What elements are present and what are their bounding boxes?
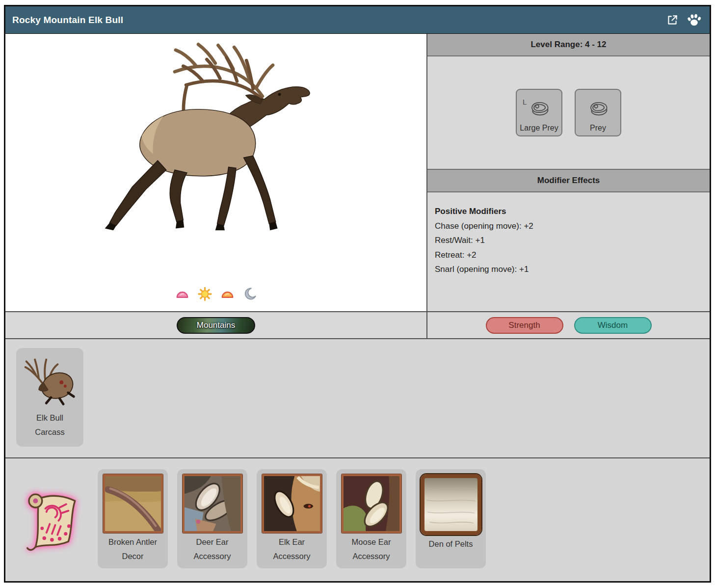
elk-illustration bbox=[89, 37, 334, 234]
item-card-elk-ear-accessory[interactable]: Elk Ear Accessory bbox=[257, 469, 327, 568]
dusk-icon bbox=[220, 287, 235, 301]
steak-icon bbox=[528, 99, 551, 119]
modifier-line: Rest/Wait: +1 bbox=[435, 233, 702, 248]
external-link-icon[interactable] bbox=[666, 14, 679, 27]
positive-modifiers-heading: Positive Modifiers bbox=[435, 204, 702, 219]
dawn-icon bbox=[175, 287, 190, 301]
large-prey-size-letter: L bbox=[523, 98, 527, 106]
modifier-line: Snarl (opening move): +1 bbox=[435, 262, 702, 277]
npc-info-window: Rocky Mountain Elk Bull bbox=[4, 5, 711, 583]
animal-image-panel bbox=[5, 34, 426, 311]
deer-ear-accessory-image bbox=[183, 474, 242, 533]
time-of-day-row bbox=[5, 287, 426, 301]
level-range-header: Level Range: 4 - 12 bbox=[427, 34, 710, 56]
item-card-den-of-pelts[interactable]: Den of Pelts bbox=[416, 469, 486, 568]
moose-ear-accessory-image bbox=[342, 474, 401, 533]
habitat-badge-mountains[interactable]: Mountains bbox=[177, 317, 255, 334]
modifier-line: Chase (opening move): +2 bbox=[435, 219, 702, 234]
main-grid: Mountains Level Range: 4 - 12 L bbox=[5, 34, 710, 339]
elk-carcass-icon bbox=[21, 353, 79, 409]
drop-label: Moose Ear Accessory bbox=[343, 535, 400, 563]
drop-label: Broken Antler Decor bbox=[104, 535, 162, 563]
modifier-effects-body: Positive Modifiers Chase (opening move):… bbox=[427, 192, 710, 311]
stat-badge-wisdom[interactable]: Wisdom bbox=[574, 317, 652, 334]
prey-button[interactable]: Prey bbox=[575, 89, 621, 136]
broken-antler-decor-image bbox=[103, 474, 163, 533]
item-card-deer-ear-accessory[interactable]: Deer Ear Accessory bbox=[177, 469, 247, 568]
large-prey-button[interactable]: L Large Prey bbox=[516, 89, 562, 136]
left-column: Mountains bbox=[5, 34, 426, 338]
glowing-recipe-scroll-icon[interactable] bbox=[22, 489, 83, 555]
stats-row: Strength Wisdom bbox=[427, 311, 710, 338]
large-prey-label: Large Prey bbox=[520, 124, 558, 133]
prey-size-panel: L Large Prey bbox=[427, 56, 710, 169]
drop-label: Deer Ear Accessory bbox=[184, 535, 241, 563]
den-of-pelts-image bbox=[421, 474, 481, 535]
night-icon bbox=[242, 287, 258, 301]
item-card-broken-antler-decor[interactable]: Broken Antler Decor bbox=[98, 469, 168, 568]
drop-label: Elk Ear Accessory bbox=[263, 535, 321, 563]
drops-section: Broken Antler Decor Deer Ear Accessory bbox=[5, 458, 710, 581]
right-column: Level Range: 4 - 12 L Large Prey bbox=[426, 34, 710, 338]
modifier-effects-header: Modifier Effects bbox=[427, 169, 710, 192]
elk-ear-accessory-image bbox=[262, 474, 322, 533]
page-title: Rocky Mountain Elk Bull bbox=[12, 15, 123, 26]
item-card-moose-ear-accessory[interactable]: Moose Ear Accessory bbox=[336, 469, 406, 568]
paw-icon[interactable] bbox=[687, 13, 702, 27]
prey-label: Prey bbox=[590, 124, 606, 133]
item-card-elk-bull-carcass[interactable]: Elk Bull Carcass bbox=[16, 348, 83, 447]
carcass-section: Elk Bull Carcass bbox=[5, 339, 710, 458]
carcass-label: Elk Bull Carcass bbox=[26, 411, 75, 439]
titlebar: Rocky Mountain Elk Bull bbox=[5, 6, 710, 34]
steak-icon bbox=[587, 99, 609, 119]
stat-badge-strength[interactable]: Strength bbox=[486, 317, 563, 334]
habitat-row: Mountains bbox=[5, 311, 426, 338]
drop-label: Den of Pelts bbox=[429, 537, 473, 551]
modifier-line: Retreat: +2 bbox=[435, 248, 702, 263]
day-icon bbox=[197, 287, 212, 301]
